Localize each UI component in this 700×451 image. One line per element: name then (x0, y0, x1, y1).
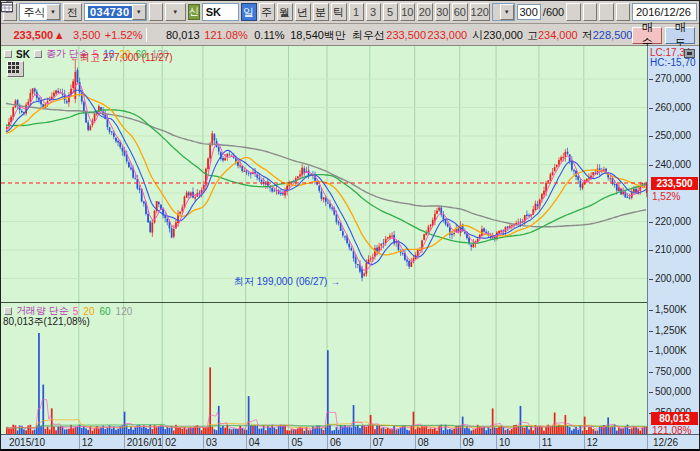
date-tick (288, 435, 289, 450)
volume-tick-label: 1,250K (648, 325, 700, 336)
period-year-button[interactable]: 년 (295, 3, 311, 21)
volume-tick-label: 1,500K (648, 304, 700, 315)
volume-pane[interactable]: 거래량 단순 52060120 80,013주(121,08%) (1, 302, 647, 434)
chevron-down-icon[interactable]: ▼ (500, 4, 514, 20)
period-minute-button[interactable]: 분 (313, 3, 329, 21)
date-tick (79, 435, 80, 450)
volume-tick-label: 500,000 (648, 386, 700, 397)
interval-120-button[interactable]: 120 (470, 3, 490, 21)
period-day-button[interactable]: 일 (241, 3, 257, 21)
date-label: 06 (330, 437, 341, 448)
price-tick-label: 220,000 (648, 216, 700, 227)
jeon-button[interactable]: 전 (63, 3, 82, 21)
price-tick-label: 200,000 (648, 273, 700, 284)
date-label: 10 (499, 437, 510, 448)
interval-10-button[interactable]: 10 (400, 3, 416, 21)
date-tick (460, 435, 461, 450)
interval-60-button[interactable]: 60 (452, 3, 468, 21)
date-tick (647, 435, 648, 450)
gear-icon[interactable] (616, 3, 630, 21)
asset-type-label: 주식 (23, 5, 45, 20)
date-field[interactable]: 2016/12/26 (632, 3, 697, 21)
date-label: 08 (418, 437, 429, 448)
date-tick (162, 435, 163, 450)
speaker-icon[interactable]: ▼ (165, 3, 186, 21)
high-annotation: ←최고 277,000 (11/27) (70, 51, 173, 65)
asset-type-select[interactable]: 주식 ▼ (19, 3, 60, 21)
stock-name-field[interactable]: SK (202, 3, 239, 21)
date-label: 04 (249, 437, 260, 448)
date-tick (539, 435, 540, 450)
legend-toggle-icon[interactable] (4, 50, 12, 58)
open-price: 230,000 (483, 29, 523, 41)
date-label: 12/26 (653, 437, 678, 448)
last-price-badge: 233,500 (651, 177, 698, 190)
volume-chart-canvas[interactable] (1, 303, 647, 434)
open-label: 시 (472, 28, 483, 43)
high-label: 고 (527, 28, 538, 43)
price-tick-label: 240,000 (648, 159, 700, 170)
stock-chart-window: 주식 ▼ 전 034730 ▼ ▼ 신 SK 일 주 월 년 분 틱 1 3 5… (0, 0, 700, 451)
legend-toggle-icon[interactable] (34, 50, 42, 58)
indicator-add-icon[interactable] (566, 3, 580, 21)
low-price: 228,500 (593, 29, 633, 41)
new-badge: 신 (188, 4, 200, 20)
stock-code-value: 034730 (88, 6, 132, 18)
price-change: 3,500 (65, 29, 100, 41)
price-change-pct: +1.52% (100, 29, 142, 41)
volume-value: 80,013 (151, 29, 199, 41)
date-label: 2015/10 (9, 437, 45, 448)
price-tick-label: 260,000 (648, 102, 700, 113)
interval-select[interactable]: ▼ (492, 3, 515, 21)
volume-axis-button[interactable] (684, 49, 695, 58)
price-tick-label: 250,000 (648, 130, 700, 141)
interval-3-button[interactable]: 3 (366, 3, 381, 21)
best-quote-label: 최우선 (352, 28, 385, 43)
search-icon[interactable] (149, 3, 163, 21)
chart-area: SK 종가 단순 5102060120 ←최고 277,000 (11/27) … (1, 46, 699, 450)
date-tick (496, 435, 497, 450)
legend-symbol: SK (16, 49, 30, 60)
price-pane[interactable]: SK 종가 단순 5102060120 ←최고 277,000 (11/27) … (1, 46, 647, 302)
toolbar: 주식 ▼ 전 034730 ▼ ▼ 신 SK 일 주 월 년 분 틱 1 3 5… (1, 1, 699, 24)
chevron-down-icon[interactable]: ▼ (46, 4, 60, 20)
grid-icon[interactable] (7, 61, 24, 77)
price-tick-label: 210,000 (648, 244, 700, 255)
interval-1-button[interactable]: 1 (349, 3, 364, 21)
date-tick (124, 435, 125, 450)
volume-current-text: 80,013주(121,08%) (3, 315, 90, 329)
period-tick-button[interactable]: 틱 (331, 3, 347, 21)
high-price: 234,000 (538, 29, 578, 41)
legend-toggle-icon[interactable] (4, 307, 12, 315)
date-label: 05 (291, 437, 302, 448)
low-label: 저 (582, 28, 593, 43)
date-value: 2016/12/26 (636, 6, 691, 18)
chevron-down-icon[interactable]: ▼ (132, 4, 146, 20)
chart-tool-icon[interactable] (583, 3, 597, 21)
save-icon[interactable] (599, 3, 613, 21)
candle-count-total: /600 (543, 6, 564, 18)
period-month-button[interactable]: 월 (277, 3, 293, 21)
date-tick (584, 435, 585, 450)
price-tick-label: 270,000 (648, 73, 700, 84)
period-week-button[interactable]: 주 (259, 3, 275, 21)
best-ask: 233,500 (385, 29, 426, 41)
date-axis: 2015/10122016/01020304050607080910111212… (1, 434, 699, 450)
sell-button[interactable]: 매도 (665, 27, 695, 44)
price-chart-canvas[interactable] (1, 46, 647, 302)
date-label: 09 (463, 437, 474, 448)
volume-pct: 121.08% (200, 29, 248, 41)
low-annotation: 최저 199,000 (06/27) → (234, 275, 340, 289)
date-label: 12 (587, 437, 598, 448)
interval-5-button[interactable]: 5 (383, 3, 398, 21)
candle-count-input[interactable]: 300 (517, 4, 541, 20)
date-tick (370, 435, 371, 450)
current-price: 233,500 (5, 29, 53, 41)
interval-20-button[interactable]: 20 (417, 3, 433, 21)
buy-button[interactable]: 매수 (632, 27, 662, 44)
stock-code-input[interactable]: 034730 ▼ (84, 3, 147, 21)
date-label: 11 (542, 437, 552, 448)
interval-30-button[interactable]: 30 (435, 3, 451, 21)
volume-tick-label: 750,000 (648, 366, 700, 377)
date-label: 12 (82, 437, 93, 448)
